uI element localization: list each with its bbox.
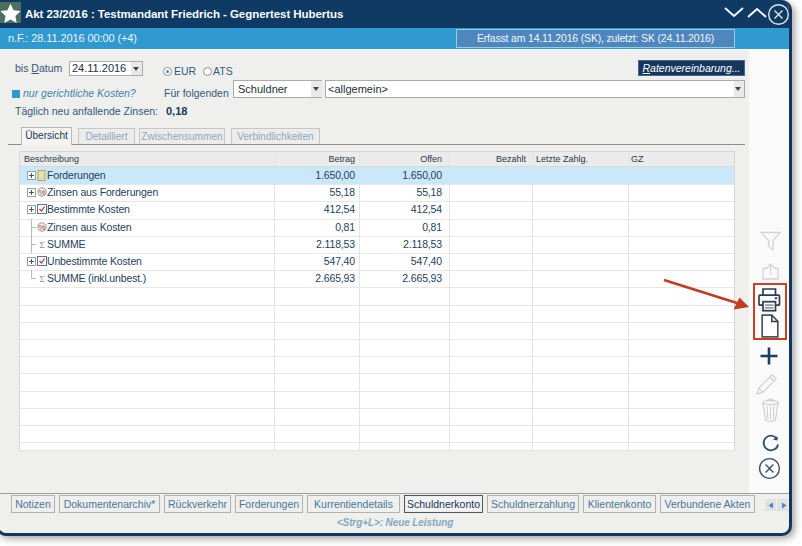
svg-text:Σ: Σ bbox=[39, 274, 44, 284]
svg-text:%: % bbox=[39, 222, 46, 231]
svg-text:%: % bbox=[39, 188, 46, 197]
svg-text:Σ: Σ bbox=[39, 239, 44, 249]
